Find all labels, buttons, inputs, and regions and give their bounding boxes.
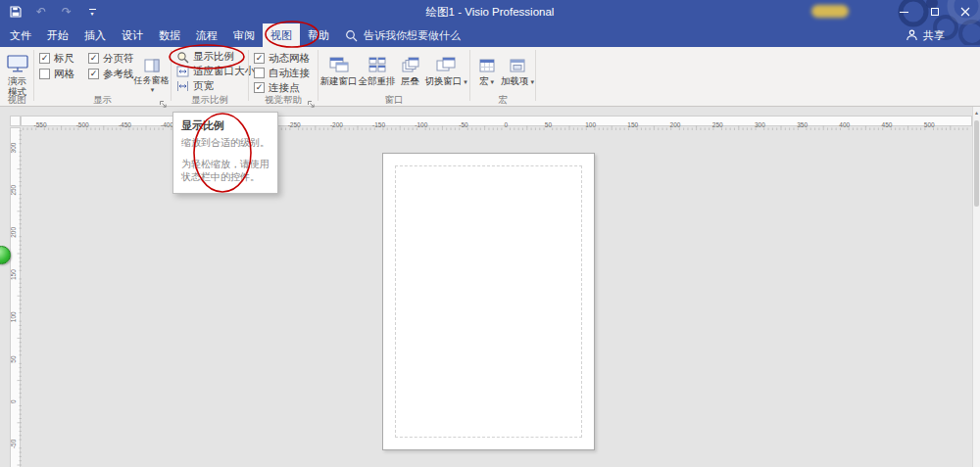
tab-insert[interactable]: 插入 [76, 23, 114, 47]
add-ons-icon [510, 51, 525, 72]
maximize-button[interactable] [919, 0, 950, 23]
tell-me-label: 告诉我你想要做什么 [364, 28, 461, 43]
tell-me-search[interactable]: 告诉我你想要做什么 [345, 23, 461, 47]
minimize-button[interactable] [889, 0, 919, 23]
arrange-all-label: 全部重排 [359, 75, 396, 86]
checkbox-box: ✓ [88, 53, 99, 64]
tab-home[interactable]: 开始 [39, 23, 76, 47]
magnifier-icon [176, 51, 189, 64]
checkbox-box: ✓ [39, 69, 50, 79]
presentation-mode-button[interactable]: 演示模式 [2, 49, 32, 97]
horizontal-ruler[interactable]: -550-500-450-400-350-300-250-200-150-100… [21, 116, 972, 126]
redo-button[interactable]: ↷ [59, 3, 74, 21]
new-window-label: 新建窗口 [320, 75, 358, 86]
svg-text:100: 100 [11, 311, 17, 322]
page-width-icon [176, 80, 189, 92]
maximize-icon [931, 8, 939, 16]
svg-text:150: 150 [627, 121, 638, 128]
window-controls [889, 0, 980, 23]
close-button[interactable] [950, 0, 980, 23]
svg-text:0: 0 [11, 399, 17, 403]
dropdown-icon: ▾ [464, 78, 467, 85]
svg-text:-100: -100 [415, 121, 427, 128]
checkbox-label: 参考线 [103, 68, 134, 81]
group-label-macros: 宏 [470, 93, 535, 106]
switch-windows-icon [436, 51, 456, 72]
zoom-tooltip: 显示比例 缩放到合适的级别。 为轻松缩放，请使用状态栏中的控件。 [172, 112, 278, 194]
undo-button[interactable]: ↶ [33, 3, 49, 21]
check-icon: ✓ [256, 54, 264, 63]
close-icon [960, 7, 970, 17]
titlebar: ↶ ↷ ▾ 绘图1 - Visio Professional [0, 0, 980, 23]
visual-aids-dialog-launcher[interactable] [307, 95, 316, 104]
page-width-button[interactable]: 页宽 [176, 79, 214, 93]
fit-to-window-button[interactable]: 适应窗口大小 [176, 65, 255, 78]
account-name-redacted [811, 5, 849, 18]
svg-text:400: 400 [839, 121, 850, 128]
tooltip-body-line1: 缩放到合适的级别。 [181, 136, 270, 149]
tab-review[interactable]: 审阅 [225, 23, 263, 47]
svg-text:-200: -200 [330, 121, 343, 128]
checkbox-autoconnect[interactable]: ✓ 自动连接 [254, 67, 310, 79]
tab-process[interactable]: 流程 [188, 23, 225, 47]
qat-customize-button[interactable]: ▾ [84, 3, 100, 21]
tab-data[interactable]: 数据 [151, 23, 188, 47]
minimize-icon [900, 12, 908, 13]
save-button[interactable] [8, 3, 24, 21]
tab-design[interactable]: 设计 [114, 23, 151, 47]
macros-icon [479, 51, 495, 72]
add-ons-button[interactable]: 加载项▾ [501, 49, 534, 87]
switch-windows-button[interactable]: 切换窗口▾ [424, 49, 467, 87]
macros-button[interactable]: 宏▾ [473, 49, 500, 87]
svg-text:150: 150 [11, 269, 17, 280]
zoom-button[interactable]: 显示比例 [176, 50, 234, 64]
scrollbar-thumb[interactable] [974, 120, 979, 207]
tab-help[interactable]: 帮助 [300, 23, 337, 47]
vertical-scrollbar[interactable]: ▴ [972, 107, 980, 467]
checkbox-grid[interactable]: ✓ 网格 [39, 68, 74, 80]
checkbox-page-breaks[interactable]: ✓ 分页符 [88, 52, 134, 65]
group-label-zoom: 显示比例 [172, 93, 248, 106]
scroll-up-icon[interactable]: ▴ [973, 107, 980, 118]
switch-windows-label: 切换窗口▾ [424, 75, 467, 87]
vertical-ruler[interactable]: 300250200150100500-50 [10, 127, 21, 467]
add-ons-label: 加载项▾ [501, 75, 534, 87]
monitor-icon [7, 51, 28, 72]
group-label-window: 窗口 [318, 93, 469, 106]
svg-text:50: 50 [11, 355, 17, 363]
svg-text:-50: -50 [11, 439, 17, 448]
drawing-page[interactable] [382, 153, 595, 450]
svg-text:250: 250 [712, 121, 723, 128]
person-icon [906, 29, 918, 41]
tab-file[interactable]: 文件 [2, 23, 39, 47]
checkbox-box: ✓ [254, 82, 265, 93]
show-dialog-launcher[interactable] [159, 95, 168, 104]
ribbon-tab-bar: 文件 开始 插入 设计 数据 流程 审阅 视图 帮助 告诉我你想要做什么 共享 [0, 23, 980, 47]
checkbox-label: 自动连接 [269, 67, 310, 80]
svg-text:250: 250 [11, 184, 17, 195]
arrange-all-icon [368, 51, 386, 72]
cascade-button[interactable]: 层叠 [397, 49, 423, 86]
svg-text:-150: -150 [372, 121, 385, 128]
tab-view[interactable]: 视图 [263, 23, 300, 47]
checkbox-dynamic-grid[interactable]: ✓ 动态网格 [254, 52, 310, 65]
share-button[interactable]: 共享 [906, 23, 945, 47]
check-icon: ✓ [90, 54, 98, 63]
svg-text:300: 300 [11, 142, 17, 153]
svg-text:-500: -500 [76, 121, 89, 128]
fit-window-icon [176, 66, 189, 77]
task-panes-button[interactable]: 任务窗格 ▾ [133, 49, 170, 94]
checkbox-guides[interactable]: ✓ 参考线 [88, 68, 134, 80]
checkbox-ruler[interactable]: ✓ 标尺 [39, 52, 74, 65]
task-panes-icon [144, 51, 160, 72]
ribbon: 演示模式 视图 ✓ 标尺 ✓ 分页符 ✓ 网格 ✓ 参考线 任务窗格 ▾ 显示 … [0, 47, 980, 107]
search-icon [345, 29, 358, 42]
checkbox-label: 动态网格 [269, 52, 310, 66]
arrange-all-button[interactable]: 全部重排 [359, 49, 395, 86]
new-window-button[interactable]: 新建窗口 [320, 49, 357, 86]
tooltip-title: 显示比例 [181, 118, 270, 133]
group-label-view: 视图 [0, 93, 33, 106]
cascade-label: 层叠 [401, 75, 419, 86]
svg-text:-450: -450 [119, 121, 131, 128]
svg-text:200: 200 [670, 121, 681, 128]
